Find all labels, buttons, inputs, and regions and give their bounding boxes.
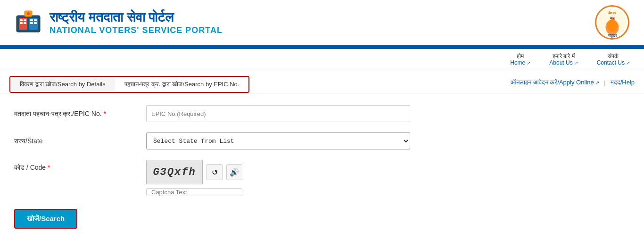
- external-link-icon: ↗: [574, 60, 578, 66]
- captcha-top: G3Qxfh ↺ 🔊: [146, 160, 242, 184]
- india-badge: देश का नेता याहूट्र: [594, 5, 630, 40]
- svg-text:देश का: देश का: [608, 11, 617, 15]
- search-button[interactable]: खोजें/Search: [14, 209, 77, 229]
- tab-section: विवरण द्वारा खोज/Search by Details पहचान…: [0, 70, 644, 93]
- state-select[interactable]: Select State from List Andhra Pradesh Ar…: [146, 132, 410, 149]
- title-hindi: राष्ट्रीय मतदाता सेवा पोर्टल: [50, 10, 173, 25]
- nav-home[interactable]: होम Home ↗: [510, 53, 530, 66]
- captcha-image: G3Qxfh: [146, 160, 203, 184]
- nav-links: होम Home ↗ हमारे बारे में About Us ↗ संप…: [0, 49, 644, 70]
- top-right-links: ऑनलाइन आवेदन करें/Apply Online ↗ | मदद/H…: [511, 79, 635, 90]
- epic-input[interactable]: [146, 105, 410, 122]
- site-title: राष्ट्रीय मतदाता सेवा पोर्टल NATIONAL VO…: [50, 10, 223, 35]
- captcha-input[interactable]: [146, 188, 242, 196]
- svg-rect-7: [20, 22, 23, 24]
- external-link-icon: ↗: [595, 80, 599, 85]
- eci-logo: [14, 8, 42, 37]
- external-link-icon: ↗: [626, 60, 630, 66]
- epic-label: मतदाता पहचान-पत्र क्र./EPIC No. *: [14, 110, 146, 118]
- svg-rect-5: [30, 19, 33, 21]
- voter-badge-icon: देश का नेता याहूट्र: [594, 5, 630, 40]
- svg-rect-9: [30, 22, 33, 24]
- search-row: खोजें/Search: [14, 207, 630, 229]
- code-label: कोड / Code *: [14, 160, 146, 172]
- nav-about[interactable]: हमारे बारे में About Us ↗: [549, 53, 578, 66]
- svg-rect-8: [24, 22, 26, 24]
- form-section: मतदाता पहचान-पत्र क्र./EPIC No. * राज्य/…: [0, 93, 644, 243]
- tab-search-by-details[interactable]: विवरण द्वारा खोज/Search by Details: [10, 77, 115, 92]
- audio-captcha-button[interactable]: 🔊: [226, 164, 242, 180]
- svg-rect-6: [34, 19, 37, 21]
- tab-group: विवरण द्वारा खोज/Search by Details पहचान…: [9, 76, 249, 93]
- state-label: राज्य/State: [14, 137, 146, 145]
- code-row: कोड / Code * G3Qxfh ↺ 🔊: [14, 160, 630, 196]
- header-right: देश का नेता याहूट्र: [594, 5, 630, 40]
- page-header: राष्ट्रीय मतदाता सेवा पोर्टल NATIONAL VO…: [0, 0, 644, 46]
- refresh-icon: ↺: [212, 168, 218, 177]
- help-link[interactable]: मदद/Help: [611, 79, 635, 86]
- audio-icon: 🔊: [230, 168, 239, 177]
- refresh-captcha-button[interactable]: ↺: [206, 164, 223, 180]
- logo-area: [14, 8, 42, 37]
- tab-search-by-epic[interactable]: पहचान-पत्र क्र. द्वारा खोज/Search by EPI…: [115, 77, 249, 92]
- nav-contact[interactable]: संपर्क Contact Us ↗: [597, 53, 630, 66]
- external-link-icon: ↗: [527, 60, 530, 66]
- captcha-container: G3Qxfh ↺ 🔊: [146, 160, 242, 196]
- svg-point-12: [27, 12, 30, 15]
- svg-text:याहूट्र: याहूट्र: [608, 33, 617, 38]
- svg-rect-4: [24, 19, 26, 21]
- svg-rect-10: [34, 22, 37, 24]
- svg-rect-3: [20, 19, 23, 21]
- svg-point-18: [607, 19, 618, 32]
- epic-row: मतदाता पहचान-पत्र क्र./EPIC No. *: [14, 105, 630, 122]
- title-english: NATIONAL VOTERS' SERVICE PORTAL: [50, 25, 223, 35]
- state-row: राज्य/State Select State from List Andhr…: [14, 132, 630, 149]
- apply-online-link[interactable]: ऑनलाइन आवेदन करें/Apply Online ↗: [511, 79, 599, 86]
